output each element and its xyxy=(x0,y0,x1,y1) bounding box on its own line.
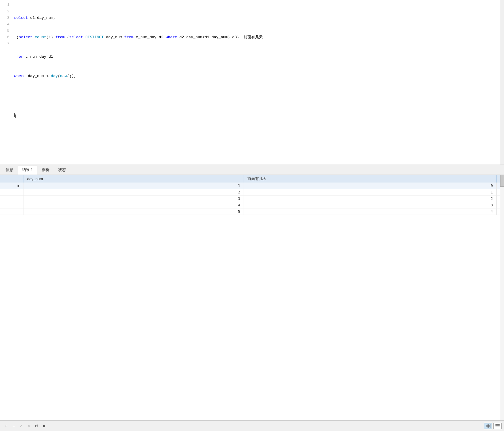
cell-count-5: 4 xyxy=(244,208,497,215)
cell-day-1: 1 xyxy=(24,183,244,189)
code-text-3: c_num_day d1 xyxy=(23,54,53,60)
results-scrollbar-thumb xyxy=(500,175,504,187)
code-line-3: from c_num_day d1 xyxy=(14,54,498,60)
bottom-toolbar: + − ✓ ✕ ↺ ■ xyxy=(0,420,504,431)
code-line-1: select d1.day_num, xyxy=(14,15,498,21)
cell-count-2: 1 xyxy=(244,189,497,195)
row-indicator-4 xyxy=(0,202,24,208)
tabs-bar: 信息 结果 1 剖析 状态 xyxy=(0,165,504,175)
grid-view-button[interactable] xyxy=(484,423,492,429)
add-row-button[interactable]: + xyxy=(2,422,9,430)
tab-status[interactable]: 状态 xyxy=(54,165,70,174)
line-num-4: 4 xyxy=(2,21,9,28)
main-container: 1 2 3 4 5 6 7 select d1.day_num, (select… xyxy=(0,0,504,431)
code-text-2e: day_num xyxy=(104,34,124,41)
line-num-5: 5 xyxy=(2,28,9,34)
cell-day-2: 2 xyxy=(24,189,244,195)
results-header-row: day_num 前面有几天 xyxy=(0,175,504,183)
tab-result1[interactable]: 结果 1 xyxy=(18,165,37,175)
table-row: 3 2 xyxy=(0,195,504,202)
keyword-distinct: DISTINCT xyxy=(85,34,104,41)
code-text-4c: ()); xyxy=(67,73,76,79)
confirm-button[interactable]: ✓ xyxy=(18,422,25,430)
list-icon xyxy=(495,424,500,428)
svg-rect-2 xyxy=(486,426,488,428)
keyword-select-3: select xyxy=(69,34,83,41)
tab-info[interactable]: 信息 xyxy=(1,165,18,174)
line-num-2: 2 xyxy=(2,8,9,15)
fn-now: now xyxy=(60,73,67,79)
row-indicator-2 xyxy=(0,189,24,195)
row-indicator-5 xyxy=(0,208,24,215)
line-num-1: 1 xyxy=(2,2,9,8)
keyword-select-1: select xyxy=(14,15,28,21)
grid-icon xyxy=(486,424,490,428)
results-table-wrapper: day_num 前面有几天 ▶ 1 0 2 1 xyxy=(0,175,504,420)
results-area: day_num 前面有几天 ▶ 1 0 2 1 xyxy=(0,175,504,431)
remove-row-button[interactable]: − xyxy=(10,422,17,430)
keyword-from-2: from xyxy=(55,34,64,41)
cell-count-4: 3 xyxy=(244,202,497,208)
results-thead: day_num 前面有几天 xyxy=(0,175,504,183)
fn-day: day xyxy=(51,73,58,79)
table-row: 4 3 xyxy=(0,202,504,208)
code-text-2f: c_num_day d2 xyxy=(134,34,166,41)
line-num-6: 6 xyxy=(2,34,9,41)
toolbar-right xyxy=(484,423,502,429)
keyword-from-4: from xyxy=(14,54,23,60)
row-indicator-3 xyxy=(0,195,24,202)
results-table: day_num 前面有几天 ▶ 1 0 2 1 xyxy=(0,175,504,215)
svg-rect-0 xyxy=(486,424,488,426)
code-text-2d xyxy=(83,34,85,41)
tab-profile[interactable]: 剖析 xyxy=(37,165,54,174)
table-row: ▶ 1 0 xyxy=(0,183,504,189)
text-cursor: | xyxy=(14,113,15,117)
svg-rect-1 xyxy=(488,424,490,426)
fn-count: count xyxy=(35,34,46,41)
code-text-1: d1.day_num, xyxy=(28,15,56,21)
code-text-4a: day_num < xyxy=(26,73,51,79)
results-vertical-scrollbar[interactable] xyxy=(500,175,504,420)
cell-day-4: 4 xyxy=(24,202,244,208)
code-text-2a xyxy=(32,34,35,41)
code-paren-2: ( xyxy=(14,34,19,41)
col-day-num: day_num xyxy=(24,175,244,183)
table-row: 2 1 xyxy=(0,189,504,195)
line-numbers: 1 2 3 4 5 6 7 xyxy=(0,0,12,165)
row-indicator-1: ▶ xyxy=(0,183,24,189)
refresh-button[interactable]: ↺ xyxy=(33,422,40,430)
cell-count-1: 0 xyxy=(244,183,497,189)
line-num-3: 3 xyxy=(2,15,9,21)
cancel-edit-button[interactable]: ✕ xyxy=(25,422,32,430)
keyword-from-3: from xyxy=(124,34,134,41)
editor-area: 1 2 3 4 5 6 7 select d1.day_num, (select… xyxy=(0,0,504,165)
col-count: 前面有几天 xyxy=(244,175,497,183)
code-line-5 xyxy=(14,92,498,99)
cell-day-3: 3 xyxy=(24,195,244,202)
results-tbody: ▶ 1 0 2 1 3 2 xyxy=(0,183,504,215)
code-text-4b: ( xyxy=(58,73,60,79)
code-line-6: | xyxy=(14,112,498,118)
toolbar-left: + − ✓ ✕ ↺ ■ xyxy=(2,422,48,430)
stop-button[interactable]: ■ xyxy=(41,422,48,430)
cell-count-3: 2 xyxy=(244,195,497,202)
col-indicator xyxy=(0,175,24,183)
cell-day-5: 5 xyxy=(24,208,244,215)
code-text-2g: d2.day_num<d1.day_num) d3) 前面有几天 xyxy=(177,34,263,41)
table-row: 5 4 xyxy=(0,208,504,215)
keyword-select-2: select xyxy=(19,34,33,41)
editor-scrollbar[interactable] xyxy=(500,0,504,165)
code-line-2: (select count(1) from (select DISTINCT d… xyxy=(14,34,498,41)
code-text-2c: ( xyxy=(65,34,69,41)
code-editor[interactable]: select d1.day_num, (select count(1) from… xyxy=(12,0,500,165)
svg-rect-3 xyxy=(488,426,490,428)
list-view-button[interactable] xyxy=(493,423,502,429)
code-text-2b: (1) xyxy=(46,34,55,41)
keyword-where-2: where xyxy=(166,34,177,41)
code-line-4: where day_num < day(now()); xyxy=(14,73,498,79)
line-num-7: 7 xyxy=(2,41,9,47)
code-line-7 xyxy=(14,131,498,138)
keyword-where-4: where xyxy=(14,73,26,79)
